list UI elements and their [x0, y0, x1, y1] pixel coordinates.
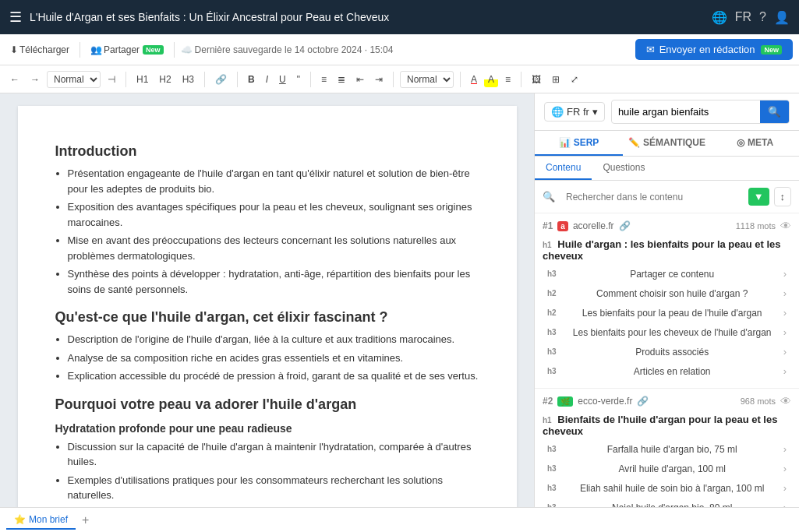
lang-label: FR: [735, 10, 751, 24]
chevron-button[interactable]: ›: [783, 482, 787, 494]
filter-button[interactable]: ▼: [748, 188, 769, 206]
link-button[interactable]: 🔗: [211, 72, 231, 87]
list-ul-button[interactable]: ≡: [317, 72, 331, 87]
separator: [310, 72, 311, 87]
serp-h-item: h3 Produits associés ›: [543, 343, 791, 361]
download-icon: ⬇: [10, 44, 18, 55]
serp-items-list: h3 Farfalla huile d'argan bio, 75 ml › h…: [543, 440, 791, 507]
format-select2[interactable]: Normal: [400, 71, 454, 88]
chevron-button[interactable]: ›: [783, 463, 787, 474]
chevron-button[interactable]: ›: [783, 346, 787, 358]
serp-rank: #1: [543, 220, 553, 231]
editor-page: Introduction Présentation engageante de …: [18, 106, 517, 507]
h1-button[interactable]: H1: [133, 72, 152, 87]
h-text: Eliah sahil huile de soin bio à l'argan,…: [580, 483, 764, 494]
sub-tab-questions[interactable]: Questions: [592, 157, 656, 180]
send-icon: ✉: [646, 44, 655, 55]
format-select[interactable]: Normal: [47, 71, 101, 88]
search-icon: 🔍: [543, 191, 555, 203]
indent-button[interactable]: ⊣: [104, 72, 119, 87]
bold-button[interactable]: B: [244, 72, 259, 87]
chevron-button[interactable]: ›: [783, 365, 787, 377]
indent-left-button[interactable]: ⇤: [352, 72, 368, 87]
search-input[interactable]: [612, 102, 760, 122]
intro-list: Présentation engageante de l'huile d'arg…: [68, 166, 479, 297]
h-tag: h3: [547, 367, 557, 375]
menu-icon[interactable]: ☰: [9, 9, 22, 26]
h1-text: h1 Huile d'argan : les bienfaits pour la…: [543, 235, 791, 263]
globe-icon[interactable]: 🌐: [712, 10, 727, 25]
table-button[interactable]: ⊞: [548, 72, 564, 87]
editor-area[interactable]: Introduction Présentation engageante de …: [0, 93, 534, 507]
section2-heading: Pourquoi votre peau va adorer l'huile d'…: [55, 396, 479, 413]
h-tag: h3: [547, 445, 557, 453]
underline-button[interactable]: U: [275, 72, 290, 87]
quote-button[interactable]: ": [293, 72, 304, 87]
chevron-button[interactable]: ›: [783, 287, 787, 299]
search-button[interactable]: 🔍: [760, 100, 789, 123]
send-button[interactable]: ✉ Envoyer en rédaction New: [635, 39, 793, 60]
h2-button[interactable]: H2: [155, 72, 175, 87]
h3-button[interactable]: H3: [179, 72, 198, 87]
serp-h-item: h3 Les bienfaits pour les cheveux de l'h…: [543, 323, 791, 341]
help-icon[interactable]: ?: [759, 10, 766, 24]
serp-result-1: #1 a acorelle.fr 🔗 1118 mots 👁 h1 Huile …: [535, 213, 799, 389]
italic-button[interactable]: I: [262, 72, 272, 87]
chevron-button[interactable]: ›: [783, 502, 787, 507]
bottom-tab-label: Mon brief: [29, 514, 68, 525]
h-text: Partager ce contenu: [630, 269, 714, 280]
text-color-button[interactable]: A: [467, 72, 481, 87]
bottom-tab-bar: ⭐ Mon brief +: [0, 507, 799, 532]
lang-value: FR fr: [567, 106, 589, 118]
serp-rank: #2: [543, 396, 553, 407]
save-status: ☁️ Dernière sauvegarde le 14 octobre 202…: [181, 44, 394, 55]
image-button[interactable]: 🖼: [528, 72, 545, 87]
back-button[interactable]: ←: [6, 72, 23, 87]
list-ol-button[interactable]: ≣: [334, 72, 349, 87]
serp-items-list: h3 Partager ce contenu › h2 Comment choi…: [543, 265, 791, 380]
list-item: Synthèse des points à développer : hydra…: [68, 266, 479, 297]
align-button[interactable]: ≡: [501, 72, 514, 87]
indent-right-button[interactable]: ⇥: [371, 72, 387, 87]
page-title: L'Huile d'Argan et ses Bienfaits : Un Él…: [30, 11, 704, 23]
tab-meta[interactable]: ◎ META: [711, 131, 799, 156]
highlight-button[interactable]: A: [484, 72, 498, 87]
chevron-button[interactable]: ›: [783, 443, 787, 455]
save-label: Dernière sauvegarde le 14 octobre 2024 ·…: [195, 44, 394, 55]
list-item: Présentation engageante de l'huile d'arg…: [68, 166, 479, 196]
h1-text: h1 Bienfaits de l'huile d'argan pour la …: [543, 410, 791, 439]
tab-serp[interactable]: 📊 SERP: [535, 131, 623, 156]
add-tab-button[interactable]: +: [79, 513, 92, 527]
serp-search-input[interactable]: [560, 188, 744, 206]
tab-semantique[interactable]: ✏️ SÉMANTIQUE: [623, 131, 711, 156]
intro-heading: Introduction: [55, 143, 479, 160]
h-tag: h3: [547, 464, 557, 473]
h-text: Najel huile d'argan bio, 80 ml: [612, 502, 732, 508]
toggle-visibility-button[interactable]: 👁: [780, 220, 791, 232]
sort-button[interactable]: ↕: [774, 187, 792, 206]
forward-button[interactable]: →: [27, 72, 44, 87]
right-panel: 🌐 FR fr ▾ 🔍 📊 SERP ✏️ SÉMANTIQUE ◎ META: [534, 93, 799, 507]
sub-tab-contenu[interactable]: Contenu: [535, 157, 592, 180]
expand-button[interactable]: ⤢: [567, 72, 582, 87]
h-text: Comment choisir son huile d'argan ?: [596, 288, 748, 299]
top-bar-right: 🌐 FR ? 👤: [712, 10, 790, 25]
globe-icon: 🌐: [551, 106, 564, 118]
separator: [521, 72, 521, 87]
separator: [460, 72, 461, 87]
user-icon[interactable]: 👤: [774, 10, 790, 25]
section1-heading: Qu'est-ce que l'huile d'argan, cet élixi…: [55, 309, 479, 326]
chevron-button[interactable]: ›: [783, 326, 787, 338]
serp-h-item: h3 Farfalla huile d'argan bio, 75 ml ›: [543, 440, 791, 458]
download-button[interactable]: ⬇ Télécharger: [6, 42, 73, 58]
share-button[interactable]: 👥 Partager New: [87, 42, 168, 58]
lang-selector[interactable]: 🌐 FR fr ▾: [544, 102, 605, 122]
toggle-visibility-button[interactable]: 👁: [780, 395, 791, 407]
chevron-button[interactable]: ›: [783, 307, 787, 319]
sub1-heading: Hydratation profonde pour une peau radie…: [55, 422, 479, 435]
serp-h-item: h2 Comment choisir son huile d'argan ? ›: [543, 284, 791, 302]
serp-h-item: h3 Eliah sahil huile de soin bio à l'arg…: [543, 479, 791, 497]
chevron-button[interactable]: ›: [783, 268, 787, 280]
word-count-badge: 968 mots: [741, 396, 776, 406]
bottom-tab-mon-brief[interactable]: ⭐ Mon brief: [6, 511, 76, 530]
